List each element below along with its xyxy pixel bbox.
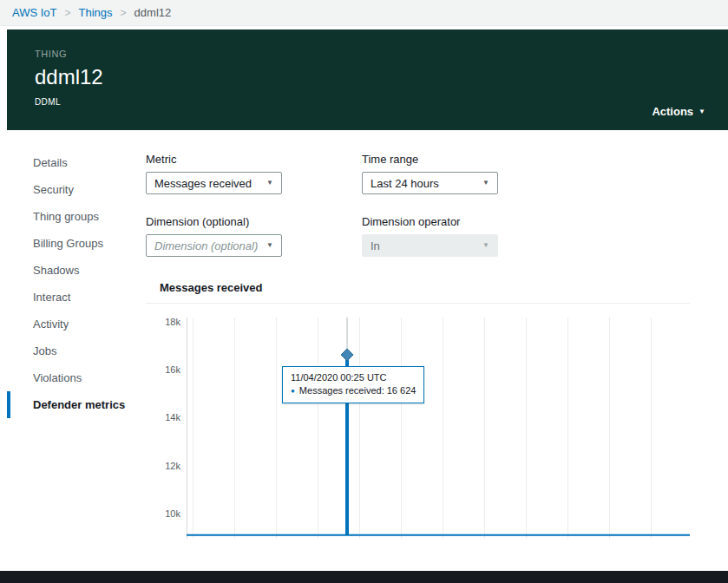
breadcrumb-current: ddml12 [134, 6, 172, 19]
main-layout: Details Security Thing groups Billing Gr… [7, 130, 728, 545]
chevron-down-icon: ▼ [482, 242, 489, 249]
chart-tooltip: 11/04/2020 00:25 UTC ●Messages received:… [282, 366, 424, 403]
breadcrumb: AWS IoT > Things > ddml12 [0, 0, 728, 26]
metric-select[interactable]: Messages received ▼ [146, 172, 282, 194]
time-range-select-value: Last 24 hours [371, 177, 439, 190]
sidebar-item-shadows[interactable]: Shadows [7, 257, 146, 284]
time-range-select[interactable]: Last 24 hours ▼ [362, 172, 498, 194]
chart-title: Messages received [146, 281, 690, 304]
metric-filters: Metric Messages received ▼ Time range La… [146, 153, 728, 257]
footer-bar [0, 571, 728, 583]
svg-text:14k: 14k [165, 412, 180, 423]
chevron-down-icon: ▼ [266, 180, 273, 187]
line-chart-svg: 18k16k14k12k10k [146, 318, 690, 545]
actions-button-label: Actions [652, 105, 693, 118]
dimension-select-placeholder: Dimension (optional) [154, 239, 258, 252]
metric-select-value: Messages received [154, 177, 252, 190]
chevron-down-icon: ▼ [482, 180, 489, 187]
dimension-select[interactable]: Dimension (optional) ▼ [146, 234, 282, 257]
breadcrumb-things[interactable]: Things [79, 6, 113, 19]
sidebar: Details Security Thing groups Billing Gr… [7, 130, 146, 545]
sidebar-item-activity[interactable]: Activity [7, 311, 146, 337]
chevron-down-icon: ▼ [266, 242, 273, 249]
sidebar-item-jobs[interactable]: Jobs [7, 337, 146, 364]
breadcrumb-separator-icon: > [65, 7, 71, 19]
svg-text:16k: 16k [165, 364, 180, 375]
thing-subtitle: DDML [35, 97, 705, 107]
sidebar-item-defender-metrics[interactable]: Defender metrics [7, 391, 146, 418]
thing-header: THING ddml12 DDML Actions ▼ [7, 29, 728, 130]
svg-text:18k: 18k [165, 318, 180, 327]
dimension-operator-value: In [371, 239, 380, 252]
sidebar-item-details[interactable]: Details [7, 149, 146, 176]
chevron-down-icon: ▼ [698, 108, 705, 115]
sidebar-item-billing-groups[interactable]: Billing Groups [7, 230, 146, 257]
series-bullet-icon: ● [291, 387, 295, 395]
aws-iot-thing-page: AWS IoT > Things > ddml12 THING ddml12 D… [0, 0, 728, 545]
tooltip-value: Messages received: 16 624 [299, 385, 416, 396]
dimension-operator-label: Dimension operator [362, 215, 578, 228]
time-range-label: Time range [362, 153, 578, 166]
sidebar-item-violations[interactable]: Violations [7, 364, 146, 391]
thing-type-label: THING [35, 49, 705, 59]
sidebar-item-security[interactable]: Security [7, 176, 146, 203]
metric-label: Metric [146, 153, 362, 166]
breadcrumb-aws-iot[interactable]: AWS IoT [12, 6, 57, 19]
tooltip-time: 11/04/2020 00:25 UTC [291, 371, 416, 384]
content-area: Metric Messages received ▼ Time range La… [146, 130, 728, 545]
dimension-label: Dimension (optional) [146, 215, 362, 228]
breadcrumb-separator-icon: > [121, 7, 127, 19]
sidebar-item-interact[interactable]: Interact [7, 284, 146, 311]
svg-text:10k: 10k [165, 508, 180, 519]
chart-panel: Messages received 18k16k14k12k10k 11/04/… [146, 281, 690, 545]
actions-button[interactable]: Actions ▼ [652, 105, 705, 118]
page-title: ddml12 [35, 65, 705, 89]
svg-text:12k: 12k [165, 461, 180, 471]
sidebar-item-thing-groups[interactable]: Thing groups [7, 203, 146, 230]
dimension-operator-select: In ▼ [362, 234, 498, 257]
messages-received-chart[interactable]: 18k16k14k12k10k 11/04/2020 00:25 UTC ●Me… [146, 318, 690, 545]
